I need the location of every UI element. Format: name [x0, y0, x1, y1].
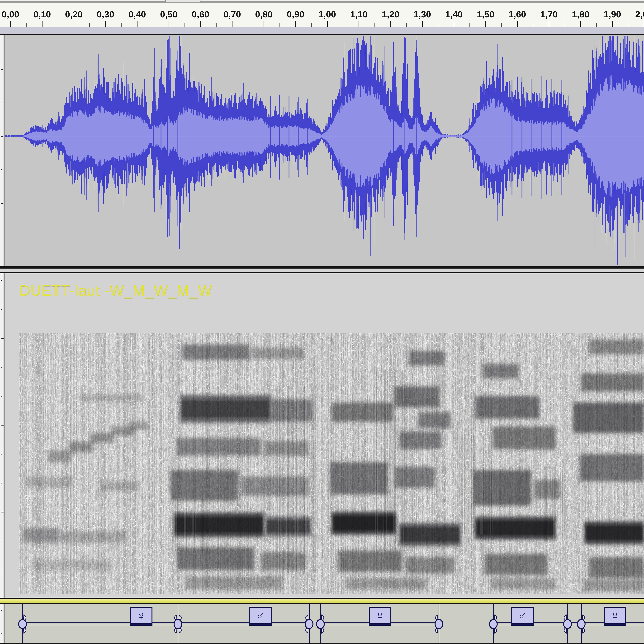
ruler-major-tick [232, 21, 232, 27]
ruler-major-tick [42, 21, 43, 27]
spectrogram-track[interactable] [0, 273, 644, 598]
ruler-time-label: 1,80 [572, 9, 589, 19]
ruler-minor-tick [311, 23, 312, 27]
label-track[interactable] [0, 604, 644, 643]
label-text-box-male[interactable]: ♂ [249, 607, 272, 626]
ruler-minor-tick [343, 23, 343, 27]
label-text-box-female[interactable]: ♀ [604, 607, 626, 626]
ruler-minor-tick [153, 23, 153, 27]
vertical-ruler-tick [1, 367, 2, 368]
ruler-minor-tick [121, 23, 122, 27]
wave-vertical-ruler [0, 35, 4, 266]
ruler-minor-tick [279, 23, 280, 27]
toolbar-button-fragment[interactable] [165, 0, 200, 2]
ruler-time-label: 1,30 [413, 9, 431, 19]
spec-vertical-ruler [0, 273, 4, 598]
ruler-major-tick [390, 21, 391, 27]
ruler-time-label: 1,50 [477, 9, 494, 19]
ruler-minor-tick [216, 23, 217, 27]
waveform-track[interactable] [0, 35, 644, 266]
ruler-major-tick [580, 21, 581, 27]
vertical-ruler-tick [1, 309, 2, 310]
wave-ruler-separator [4, 35, 5, 266]
ruler-major-tick [612, 21, 613, 27]
ruler-major-tick [10, 21, 11, 27]
label-text-box-male[interactable]: ♂ [511, 607, 534, 626]
ruler-major-tick [264, 21, 264, 27]
ruler-major-tick [137, 21, 137, 27]
timeline-lower-band [0, 27, 644, 34]
vertical-ruler-tick [1, 425, 4, 426]
vertical-ruler-tick [1, 203, 3, 204]
spec-ruler-separator [4, 273, 5, 598]
ruler-minor-tick [596, 23, 597, 27]
toolbar-bottom-strip [0, 0, 644, 3]
label-markers-layer[interactable] [5, 604, 644, 643]
ruler-time-label: 1,20 [382, 9, 399, 19]
ruler-major-tick [105, 21, 106, 27]
waveform-plot[interactable] [5, 35, 644, 266]
ruler-major-tick [485, 21, 486, 27]
ruler-time-label: 2,00 [635, 9, 644, 19]
ruler-time-label: 0,20 [65, 9, 83, 19]
ruler-time-label: 1,40 [445, 9, 463, 19]
ruler-major-tick [169, 21, 169, 27]
label-text-box-female[interactable]: ♀ [130, 607, 152, 626]
timeline-ruler[interactable]: 0,000,100,200,300,400,500,600,700,800,90… [0, 3, 644, 27]
ruler-time-label: 0,10 [33, 9, 51, 19]
ruler-major-tick [295, 21, 296, 27]
audio-editor-window: 0,000,100,200,300,400,500,600,700,800,90… [0, 0, 644, 644]
vertical-ruler-tick [1, 454, 2, 455]
wave-track-bottom-border [0, 266, 644, 269]
ruler-major-tick [454, 21, 454, 27]
vertical-ruler-tick [1, 396, 2, 397]
vertical-ruler-tick [1, 136, 3, 137]
ruler-time-label: 0,80 [255, 9, 273, 19]
ruler-minor-tick [248, 23, 248, 27]
spectrogram-plot[interactable] [5, 273, 644, 598]
ruler-time-label: 0,40 [128, 9, 146, 19]
selected-track-highlight [0, 599, 644, 603]
toolbar-divider [0, 1, 644, 3]
vertical-ruler-tick [1, 338, 4, 339]
ruler-time-label: 1,90 [604, 9, 621, 19]
track-title: DUETT-laut -W_M_W_M_W [19, 282, 212, 299]
ruler-time-label: 0,30 [97, 9, 114, 19]
ruler-minor-tick [501, 23, 502, 27]
ruler-minor-tick [26, 23, 27, 27]
ruler-minor-tick [374, 23, 375, 27]
ruler-minor-tick [58, 23, 58, 27]
vertical-ruler-tick [1, 610, 2, 611]
ruler-time-label: 0,70 [223, 9, 241, 19]
vertical-ruler-tick [1, 541, 2, 541]
ruler-time-label: 0,50 [160, 9, 178, 19]
ruler-time-label: 1,10 [350, 9, 368, 19]
ruler-time-label: 1,70 [540, 9, 558, 19]
vertical-ruler-tick [1, 103, 2, 103]
vertical-ruler-tick [1, 512, 4, 512]
ruler-time-label: 1,60 [509, 9, 526, 19]
ruler-major-tick [74, 21, 74, 27]
ruler-minor-tick [469, 23, 470, 27]
vertical-ruler-tick [1, 570, 2, 570]
ruler-major-tick [359, 21, 359, 27]
ruler-minor-tick [89, 23, 90, 27]
ruler-minor-tick [438, 23, 438, 27]
ruler-time-label: 1,00 [318, 9, 336, 19]
ruler-major-tick [327, 21, 328, 27]
ruler-minor-tick [406, 23, 407, 27]
window-bottom-border [0, 643, 644, 644]
label-text-box-female[interactable]: ♀ [369, 607, 391, 626]
vertical-ruler-tick [1, 169, 2, 170]
vertical-ruler-tick [1, 69, 3, 70]
label-ruler-separator [4, 604, 5, 643]
vertical-ruler-tick [1, 483, 2, 483]
ruler-minor-tick [185, 23, 185, 27]
ruler-major-tick [422, 21, 423, 27]
vertical-ruler-tick [1, 633, 2, 634]
ruler-major-tick [200, 21, 201, 27]
ruler-time-label: 0,60 [192, 9, 209, 19]
ruler-time-label: 0,00 [2, 9, 19, 19]
vertical-ruler-tick [1, 280, 2, 281]
label-vertical-ruler [0, 604, 4, 643]
